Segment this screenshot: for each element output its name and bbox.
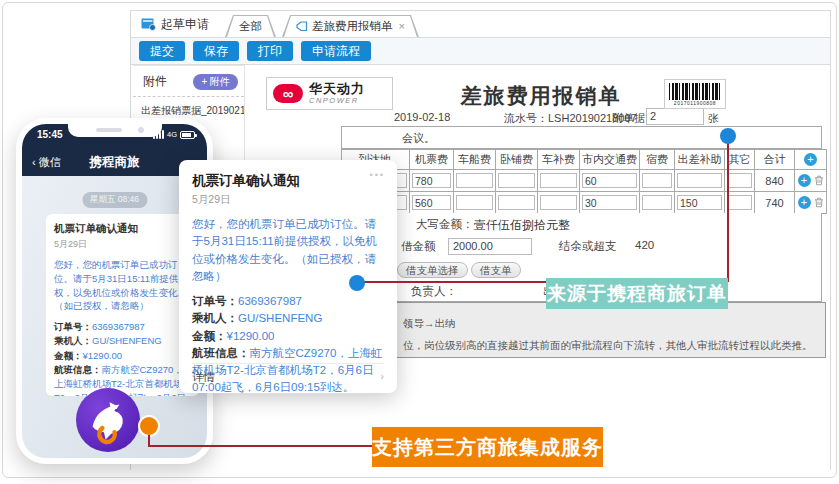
add-row-icon[interactable]: + (804, 153, 817, 166)
more-options-icon[interactable]: ••• (370, 170, 385, 180)
trash-icon[interactable] (814, 197, 824, 208)
expense-cell-input[interactable] (456, 195, 493, 210)
speaker-icon (96, 128, 122, 132)
tab-label: 全部 (239, 19, 262, 34)
trash-icon[interactable] (814, 175, 824, 186)
expense-cell-input[interactable]: 150 (677, 195, 722, 210)
expense-cell (454, 192, 496, 214)
expense-cell-input[interactable] (498, 173, 535, 188)
vendor-logo: ∞ 华天动力 CNPOWER (266, 77, 393, 110)
leader-line-bottom-h (148, 445, 372, 447)
row-actions: + (795, 170, 827, 192)
expense-cell-input[interactable]: 780 (412, 173, 451, 188)
attachment-file-item[interactable]: 出差报销票据_20190219.j... (133, 97, 244, 118)
column-header: 车补费 (538, 150, 580, 170)
caps-amount-value: 壹仟伍佰捌拾元整 (474, 217, 570, 234)
vendor-name: 华天动力 (309, 82, 365, 96)
balance-value: 420 (635, 239, 654, 251)
expense-cell (538, 170, 580, 192)
leader-line-horizontal (357, 281, 547, 283)
expense-cell: 560 (410, 192, 454, 214)
expense-cell (640, 170, 675, 192)
tab-all[interactable]: 全部 (225, 15, 276, 37)
expense-cell-input[interactable]: 60 (582, 173, 637, 188)
reason-text: 会议。 (402, 131, 435, 146)
expense-cell-input[interactable] (540, 195, 577, 210)
loan-row: 借金额 2000.00 结余或超支 420 (341, 235, 822, 260)
expense-cell-input[interactable] (727, 173, 752, 188)
approval-note-box: 领导→出纳 位，岗位级别高的直接越过其前面的审批流程向下流转，其他人审批流转过程… (341, 302, 826, 358)
notification-body: 您好，您的机票订单已成功订位。请于5月31日15:11前提供授权，以免机位或价格… (54, 258, 191, 313)
expense-cell (675, 170, 725, 192)
notification-date: 5月29日 (54, 238, 191, 251)
loan-select-button[interactable]: 借支单选择 (397, 262, 468, 278)
tab-strip: 起草申请 全部 差旅费用报销单 × (131, 11, 830, 38)
expense-cell-input[interactable]: 30 (582, 195, 637, 210)
expense-cell (496, 192, 538, 214)
notification-title: 机票订单确认通知 (54, 222, 191, 236)
reason-field[interactable]: 会议。 (341, 126, 822, 149)
chat-date-pill: 星期五 08:46 (82, 192, 147, 208)
add-row-icon[interactable]: + (798, 174, 811, 187)
tab-draft-application[interactable]: 起草申请 (137, 11, 219, 37)
ctrip-dolphin-logo (76, 388, 140, 452)
expense-cell: 60 (580, 170, 640, 192)
toolbar: 提交 保存 打印 申请流程 (131, 38, 830, 65)
column-header: 机票费 (410, 150, 454, 170)
loan-amount-input[interactable]: 2000.00 (448, 238, 532, 255)
notification-detail-link[interactable]: 详情› (192, 363, 384, 385)
popup-notification-card: 机票订单确认通知 ••• 5月29日 您好，您的机票订单已成功订位。请于5月31… (179, 160, 397, 393)
column-header: 出差补助 (675, 150, 725, 170)
phone-time: 15:45 (37, 129, 63, 140)
expense-cell: 30 (580, 192, 640, 214)
expense-cell-input[interactable]: 560 (412, 195, 451, 210)
row-total: 840 (755, 170, 795, 192)
expense-cell-input[interactable] (540, 173, 577, 188)
attach-count-label: 附单据 (612, 111, 645, 126)
barcode-number: 2017011900808 (669, 100, 721, 106)
source-badge: 来源于携程商旅订单 (546, 278, 728, 309)
notification-date: 5月29日 (192, 193, 384, 207)
leader-line-vertical (727, 136, 729, 282)
network-label: 4G (167, 131, 177, 139)
add-attachment-button[interactable]: + 附件 (193, 74, 238, 90)
expense-cell-input[interactable] (498, 195, 535, 210)
expense-cell-input[interactable] (677, 173, 722, 188)
popup-marker-dot (349, 275, 365, 291)
barcode-bars (669, 83, 721, 100)
manager-label: 负责人： (411, 284, 457, 299)
expense-cell (725, 170, 755, 192)
expense-cell-input[interactable] (642, 173, 672, 188)
note-line-2: 位，岗位级别高的直接越过其前面的审批流程向下流转，其他人审批流转过程以此类推。 (403, 339, 813, 353)
vendor-infinity-icon: ∞ (273, 84, 303, 103)
expense-cell-input[interactable] (727, 195, 752, 210)
flow-button[interactable]: 申请流程 (301, 41, 371, 61)
note-line-1: 领导→出纳 (403, 317, 456, 331)
camera-icon (138, 127, 144, 133)
expense-cell (538, 192, 580, 214)
print-button[interactable]: 打印 (247, 41, 293, 61)
submit-button[interactable]: 提交 (139, 41, 185, 61)
tab-close-icon[interactable]: × (399, 20, 405, 32)
attach-count-input[interactable]: 2 (646, 108, 704, 125)
expense-cell: 780 (410, 170, 454, 192)
loan-slip-button[interactable]: 借支单 (471, 262, 521, 278)
attachments-header: 附件 + 附件 (133, 66, 244, 97)
caps-amount-row: 大写金额： 壹仟伍佰捌拾元整 (341, 213, 822, 236)
expense-cell (454, 170, 496, 192)
save-button[interactable]: 保存 (193, 41, 239, 61)
tab-label: 起草申请 (161, 16, 209, 33)
add-row-icon[interactable]: + (798, 196, 811, 209)
form-marker-dot (720, 128, 736, 144)
attach-unit: 张 (708, 111, 719, 126)
expense-cell-input[interactable] (642, 195, 672, 210)
expense-cell (496, 170, 538, 192)
integration-marker-dot (138, 415, 160, 437)
column-header: 车船费 (454, 150, 496, 170)
column-header: 宿费 (640, 150, 675, 170)
phone-notification-card[interactable]: 机票订单确认通知 5月29日 您好，您的机票订单已成功订位。请于5月31日15:… (46, 214, 199, 396)
tab-expense-form-active[interactable]: 差旅费用报销单 × (282, 15, 419, 37)
expense-cell-input[interactable] (456, 173, 493, 188)
window-icon (141, 18, 156, 31)
expense-cell (640, 192, 675, 214)
